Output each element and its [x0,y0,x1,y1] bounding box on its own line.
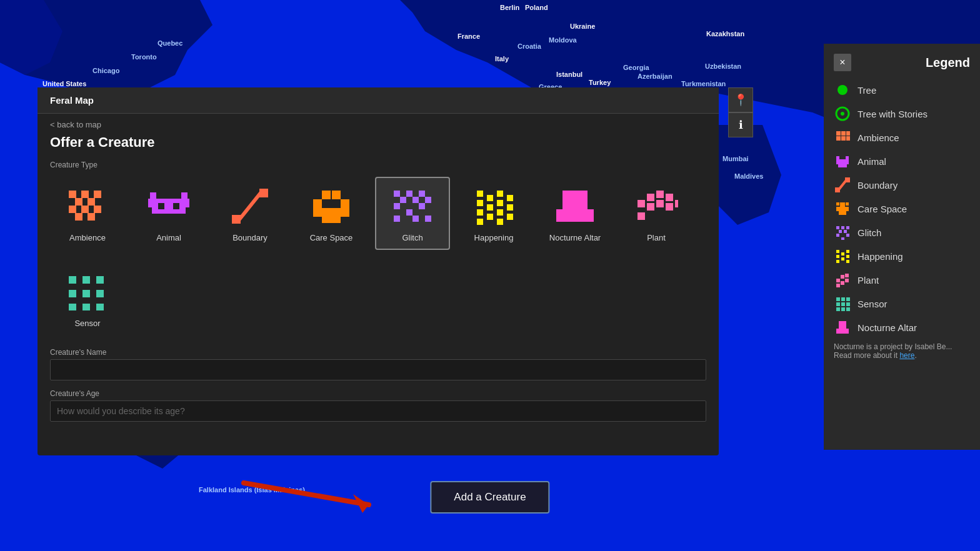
panel-title: Feral Map [50,95,94,106]
creature-care-space[interactable]: Care Space [294,177,369,250]
svg-rect-111 [841,257,844,261]
svg-rect-57 [507,214,513,220]
svg-rect-11 [88,198,95,206]
nocturne-label: Nocturne Altar [549,233,601,242]
svg-point-78 [838,85,848,95]
creature-type-label: Creature Type [50,161,706,169]
svg-rect-7 [69,191,76,198]
svg-rect-9 [94,191,101,198]
ambience-label: Ambience [69,233,106,242]
svg-rect-126 [846,302,850,306]
legend-item-care-space: Care Space [834,200,970,217]
back-to-map-link[interactable]: < back to map [50,120,706,129]
svg-rect-99 [836,226,839,229]
legend-item-happening: Happening [834,247,970,265]
legend-item-tree-stories: Tree with Stories [834,105,970,122]
svg-rect-24 [259,189,268,197]
svg-rect-130 [839,321,846,329]
legend-nocturne-icon [834,319,851,336]
creature-nocturne[interactable]: Nocturne Altar [538,177,612,250]
svg-rect-96 [839,211,846,215]
offer-title: Offer a Creature [50,134,706,151]
svg-rect-47 [477,219,483,225]
svg-rect-25 [232,215,241,224]
map-pin-icon[interactable]: 📍 [728,87,753,112]
legend-animal-label: Animal [858,156,886,167]
svg-rect-113 [846,255,849,258]
sensor-label: Sensor [74,319,100,328]
legend-ambience-icon [834,129,851,146]
svg-line-132 [244,483,369,505]
svg-rect-67 [638,212,645,220]
svg-rect-35 [400,197,406,203]
svg-rect-21 [158,203,164,209]
svg-rect-98 [846,202,849,206]
legend-animal-icon [834,152,851,170]
svg-rect-29 [341,199,349,208]
legend-glitch-icon [834,224,851,241]
svg-rect-30 [313,208,349,217]
boundary-icon [225,184,275,228]
svg-rect-22 [173,203,179,209]
svg-rect-107 [836,250,839,253]
legend-close-button[interactable]: × [834,54,851,71]
creature-animal[interactable]: Animal [131,177,206,250]
care-space-icon [306,184,356,228]
add-creature-button[interactable]: Add a Creature [430,481,549,514]
creature-grid: Ambience Animal [50,177,706,250]
svg-rect-62 [656,191,664,198]
svg-rect-71 [96,276,104,284]
svg-rect-37 [425,197,431,203]
svg-rect-75 [69,304,76,310]
arrow-container [231,470,406,523]
info-icon[interactable]: ℹ [728,112,753,137]
svg-rect-109 [836,260,839,263]
animal-icon [144,184,194,228]
creature-age-input[interactable] [50,400,706,422]
svg-rect-83 [836,136,841,141]
boundary-label: Boundary [232,233,268,242]
creature-happening[interactable]: Happening [456,177,531,250]
legend-happening-label: Happening [858,251,903,262]
creature-plant[interactable]: Plant [619,177,694,250]
svg-rect-20 [152,207,186,214]
svg-rect-129 [846,307,850,311]
creature-boundary[interactable]: Boundary [212,177,288,250]
plant-label: Plant [647,233,666,242]
legend-item-tree: Tree [834,81,970,99]
svg-rect-19 [148,199,189,207]
legend-footer-link[interactable]: here [899,351,914,360]
svg-rect-85 [846,131,850,136]
creature-sensor[interactable]: Sensor [50,262,125,335]
legend-sensor-icon [834,295,851,312]
glitch-label: Glitch [402,233,422,242]
creature-name-input[interactable] [50,359,706,380]
svg-rect-34 [419,191,425,197]
svg-rect-84 [841,136,846,141]
legend-boundary-icon [834,176,851,194]
svg-rect-81 [836,131,841,136]
svg-rect-90 [838,164,847,167]
svg-rect-32 [394,191,400,197]
svg-rect-28 [313,199,322,208]
legend-item-boundary: Boundary [834,176,970,194]
svg-rect-50 [487,214,493,220]
svg-rect-88 [846,156,849,159]
creature-ambience[interactable]: Ambience [50,177,125,250]
svg-rect-89 [836,159,849,164]
svg-rect-73 [82,290,90,297]
svg-rect-63 [666,194,673,201]
legend-ambience-label: Ambience [858,132,899,143]
panel-header: Feral Map [38,87,719,114]
svg-rect-100 [841,226,844,229]
name-field-group: Creature's Name [50,348,706,380]
svg-rect-115 [836,279,840,282]
svg-rect-127 [836,307,840,311]
nocturne-icon [550,184,600,228]
svg-rect-72 [69,290,76,297]
svg-rect-76 [82,304,90,310]
svg-rect-15 [75,213,82,221]
creature-glitch[interactable]: Glitch [375,177,450,250]
svg-rect-68 [675,200,678,207]
svg-rect-105 [846,234,849,237]
